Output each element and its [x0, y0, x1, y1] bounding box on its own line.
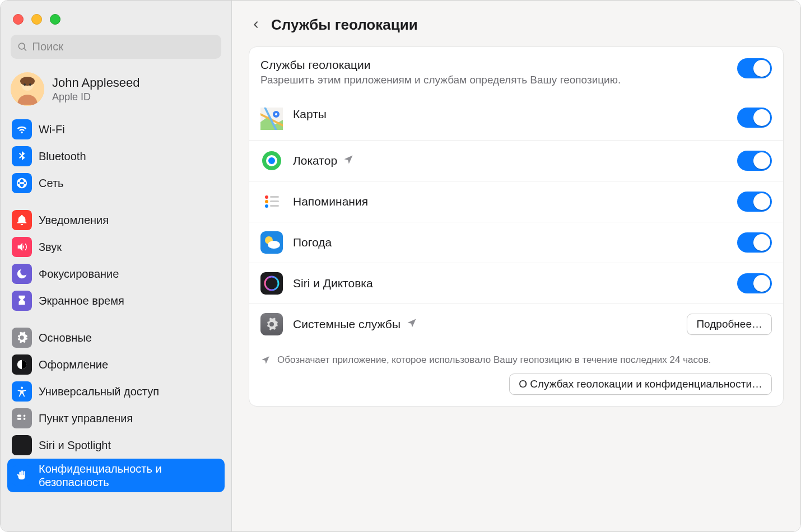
svg-point-11 [29, 83, 31, 86]
sidebar-item-accessibility[interactable]: Универсальный доступ [7, 378, 225, 405]
location-arrow-icon [343, 154, 354, 167]
location-services-master-row: Службы геолокации Разрешить этим приложе… [249, 47, 783, 96]
sidebar-item-focus[interactable]: Фокусирование [7, 260, 225, 287]
system-services-icon [260, 313, 283, 335]
reminders-app-icon [260, 190, 283, 213]
sidebar-item-label: Wi-Fi [39, 123, 65, 136]
sidebar-item-privacy[interactable]: Конфиденциальность и безопасность [7, 459, 225, 492]
svg-rect-23 [270, 196, 279, 198]
sidebar-item-label: Siri и Spotlight [39, 438, 111, 452]
gear-icon [12, 328, 32, 348]
maps-app-icon [260, 108, 283, 130]
app-label: Напоминания [293, 195, 368, 208]
sidebar-item-label: Звук [39, 240, 62, 254]
findmy-toggle[interactable] [737, 151, 772, 171]
sidebar-item-label: Пункт управления [39, 412, 133, 425]
account-row[interactable]: John Appleseed Apple ID [1, 69, 231, 116]
sidebar-item-label: Уведомления [39, 213, 109, 227]
svg-rect-29 [260, 272, 283, 295]
sidebar-item-general[interactable]: Основные [7, 324, 225, 351]
weather-toggle[interactable] [737, 232, 772, 253]
app-row-maps: Карты [249, 96, 783, 140]
sidebar-item-bluetooth[interactable]: Bluetooth [7, 143, 225, 170]
titlebar: Службы геолокации [232, 1, 800, 46]
sidebar-item-label: Универсальный доступ [39, 385, 159, 398]
sidebar: John Appleseed Apple ID Wi-FiBluetoothСе… [1, 1, 232, 531]
sidebar-item-screentime[interactable]: Экранное время [7, 287, 225, 314]
sidebar-item-label: Основные [39, 331, 92, 344]
app-label: Siri и Диктовка [293, 277, 373, 290]
svg-point-18 [268, 157, 275, 164]
account-sub: Apple ID [52, 91, 140, 103]
system-services-row: Системные службы Подробнее… [249, 304, 783, 344]
close-window-button[interactable] [13, 14, 24, 25]
sidebar-item-controlcenter[interactable]: Пункт управления [7, 405, 225, 432]
globe-icon [12, 173, 32, 193]
settings-window: John Appleseed Apple ID Wi-FiBluetoothСе… [0, 0, 801, 532]
bluetooth-icon [12, 146, 32, 166]
sidebar-item-label: Оформление [39, 358, 108, 371]
accessibility-icon [12, 381, 32, 402]
maximize-window-button[interactable] [50, 14, 60, 25]
back-button[interactable] [245, 14, 267, 35]
siri-app-icon [260, 272, 283, 295]
svg-point-21 [265, 200, 268, 203]
search-icon [17, 41, 28, 53]
account-name: John Appleseed [52, 76, 140, 90]
location-arrow-icon [406, 318, 417, 331]
wifi-icon [12, 119, 32, 139]
svg-point-22 [265, 204, 268, 208]
avatar [11, 72, 44, 106]
sidebar-item-label: Bluetooth [39, 150, 86, 163]
app-label: Локатор [293, 154, 337, 167]
app-label: Погода [293, 236, 332, 249]
sidebar-item-label: Фокусирование [39, 267, 119, 281]
svg-rect-25 [270, 205, 279, 207]
svg-point-14 [275, 113, 277, 115]
app-row-findmy: Локатор [249, 140, 783, 181]
app-row-weather: Погода [249, 222, 783, 263]
app-row-siri: Siri и Диктовка [249, 263, 783, 304]
appearance-icon [12, 354, 32, 375]
siri-icon [12, 435, 32, 455]
footnote: Обозначает приложение, которое использов… [249, 344, 783, 374]
app-label: Карты [293, 108, 327, 121]
location-services-toggle[interactable] [737, 58, 772, 78]
svg-point-9 [20, 77, 35, 86]
footnote-text: Обозначает приложение, которое использов… [277, 354, 711, 366]
sidebar-item-network[interactable]: Сеть [7, 170, 225, 197]
page-title: Службы геолокации [271, 16, 418, 34]
sidebar-item-label: Экранное время [39, 294, 124, 307]
svg-point-20 [265, 195, 268, 199]
location-services-subtitle: Разрешить этим приложениям и службам опр… [260, 74, 737, 86]
search-field[interactable] [11, 35, 221, 59]
sidebar-item-label: Конфиденциальность и безопасность [39, 462, 220, 489]
sidebar-item-notifications[interactable]: Уведомления [7, 207, 225, 234]
sidebar-item-wifi[interactable]: Wi-Fi [7, 116, 225, 143]
sidebar-item-appearance[interactable]: Оформление [7, 351, 225, 378]
location-arrow-icon [260, 355, 271, 365]
search-input[interactable] [32, 40, 215, 53]
bell-icon [12, 210, 32, 230]
findmy-app-icon [260, 150, 283, 172]
svg-point-28 [268, 241, 280, 249]
location-panel: Службы геолокации Разрешить этим приложе… [249, 46, 784, 407]
siri-toggle[interactable] [737, 273, 772, 293]
controlcenter-icon [12, 408, 32, 428]
window-controls [1, 7, 231, 35]
reminders-toggle[interactable] [737, 192, 772, 212]
sidebar-item-sound[interactable]: Звук [7, 234, 225, 260]
hourglass-icon [12, 291, 32, 311]
system-services-details-button[interactable]: Подробнее… [687, 314, 772, 335]
location-services-title: Службы геолокации [260, 58, 737, 72]
svg-point-10 [24, 83, 26, 86]
minimize-window-button[interactable] [31, 14, 42, 25]
sidebar-item-siri[interactable]: Siri и Spotlight [7, 432, 225, 459]
maps-toggle[interactable] [737, 108, 772, 128]
speaker-icon [12, 237, 32, 257]
weather-app-icon [260, 231, 283, 254]
svg-rect-24 [270, 200, 279, 202]
about-location-privacy-button[interactable]: О Службах геолокации и конфиденциальност… [509, 374, 772, 395]
hand-icon [12, 465, 32, 486]
nav-list: Wi-FiBluetoothСетьУведомленияЗвукФокусир… [1, 116, 231, 492]
